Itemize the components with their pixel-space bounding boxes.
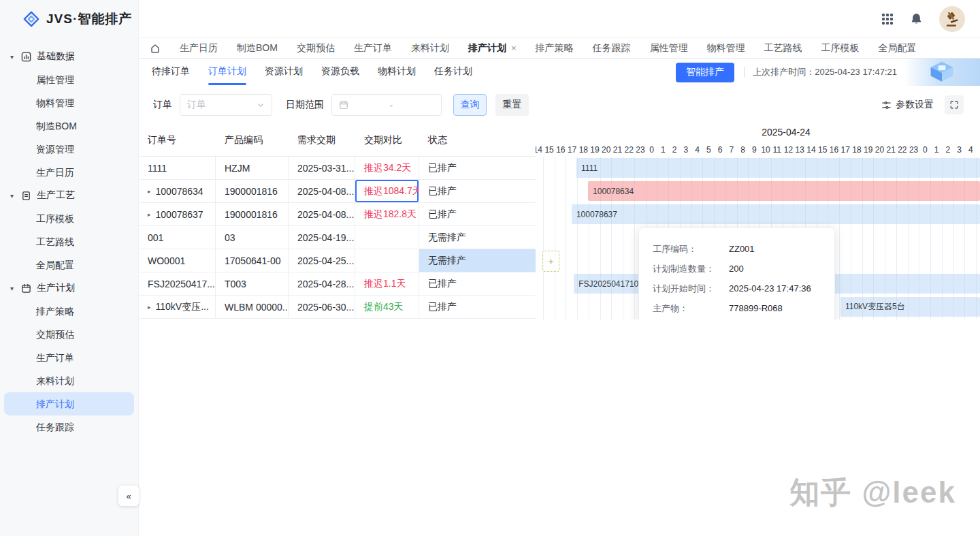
sidebar-item[interactable]: 工序模板 — [4, 207, 134, 230]
sidebar-item[interactable]: 任务跟踪 — [4, 415, 134, 439]
expand-caret-icon[interactable]: ▸ — [148, 304, 151, 311]
date-range-input[interactable]: - — [331, 94, 442, 116]
sidebar-item[interactable]: 排产策略 — [4, 300, 134, 323]
sidebar-item[interactable]: 资源管理 — [4, 138, 134, 161]
order-select[interactable]: 订单 — [180, 94, 272, 116]
tooltip-field-label: 主产物： — [653, 302, 729, 315]
subtab[interactable]: 资源计划 — [265, 59, 303, 86]
order-cell: ▸100078634 — [139, 180, 216, 202]
sidebar-item[interactable]: 制造BOM — [4, 114, 134, 138]
tab[interactable]: 生产订单 — [354, 42, 392, 54]
hour-tick: 13 — [794, 145, 806, 155]
logo: JVS·智能排产 — [0, 0, 138, 38]
delta-cell[interactable]: 推迟1084.7天 — [355, 180, 419, 202]
hour-tick: 3 — [681, 145, 692, 155]
home-icon[interactable] — [150, 43, 161, 54]
subtab[interactable]: 订单计划 — [208, 59, 246, 86]
status-cell[interactable]: 无需排产 — [419, 249, 536, 272]
smart-schedule-button[interactable]: 智能排产 — [676, 63, 734, 82]
subtab[interactable]: 待排订单 — [152, 59, 190, 86]
table-row[interactable]: 001032025-04-19...无需排产 — [139, 226, 536, 249]
tab[interactable]: 来料计划 — [411, 42, 449, 54]
hour-tick: 21 — [612, 145, 623, 155]
table-row[interactable]: 1111HZJM2025-03-31...推迟34.2天已排产 — [139, 157, 536, 180]
date-range-label: 日期范围 — [286, 99, 324, 111]
bell-icon[interactable] — [910, 12, 923, 25]
chart-icon — [21, 52, 31, 62]
tab[interactable]: 全局配置 — [878, 42, 916, 54]
gantt-row: 100078634 — [536, 180, 980, 203]
order-no: FSJ20250417... — [148, 279, 215, 289]
hour-tick: 10 — [760, 145, 772, 155]
tooltip-field-value: ZZ001 — [729, 244, 755, 254]
sidebar-group-production-process[interactable]: ▾生产工艺 — [0, 184, 138, 207]
sidebar-group-production-plan[interactable]: ▾生产计划 — [0, 277, 138, 300]
product-code-cell: 17050641-00 — [216, 249, 289, 272]
tab[interactable]: 工艺路线 — [764, 42, 802, 54]
tooltip-row: 计划制造数量：200 — [653, 259, 821, 279]
tab[interactable]: 排产策略 — [535, 42, 573, 54]
gantt-bar[interactable]: 110kV变压器5台 — [840, 297, 980, 317]
hour-tick: 0 — [919, 145, 931, 155]
query-button[interactable]: 查询 — [453, 94, 487, 116]
delta-cell: 推迟34.2天 — [355, 157, 419, 179]
subtab[interactable]: 资源负载 — [321, 59, 359, 86]
sidebar-item[interactable]: 排产计划 — [4, 392, 134, 415]
sidebar-item[interactable]: 物料管理 — [4, 91, 134, 114]
order-no: 100078637 — [156, 209, 203, 220]
sidebar-item[interactable]: 生产日历 — [4, 161, 134, 184]
add-task-dropzone-icon[interactable]: + — [542, 251, 559, 272]
table-row[interactable]: FSJ20250417...T0032025-04-28...推迟1.1天已排产 — [139, 272, 536, 296]
tab[interactable]: 物料管理 — [706, 42, 745, 54]
reset-button[interactable]: 重置 — [495, 94, 529, 116]
sidebar-item[interactable]: 交期预估 — [4, 323, 134, 346]
tab[interactable]: 工序模板 — [821, 42, 859, 54]
sidebar-item[interactable]: 工艺路线 — [4, 230, 134, 253]
hour-tick: 8 — [737, 145, 749, 155]
tab[interactable]: 生产日历 — [180, 42, 218, 54]
sidebar-item[interactable]: 属性管理 — [4, 68, 134, 91]
table-row[interactable]: ▸110kV变压...WLBM 00000...2025-06-30...提前4… — [139, 296, 536, 319]
table-row[interactable]: ▸10007863419000018162025-04-08...推迟1084.… — [139, 180, 536, 203]
hour-tick: 22 — [623, 145, 635, 155]
hour-tick: 2 — [669, 145, 681, 155]
tab[interactable]: 任务跟踪 — [592, 42, 630, 54]
sidebar-menu: ▾基础数据属性管理物料管理制造BOM资源管理生产日历▾生产工艺工序模板工艺路线全… — [0, 38, 138, 439]
table-row[interactable]: ▸10007863719000018162025-04-08...推迟182.8… — [139, 203, 536, 226]
hour-tick: 1 — [657, 145, 669, 155]
sidebar-item[interactable]: 全局配置 — [4, 253, 134, 277]
tab[interactable]: 制造BOM — [237, 42, 278, 54]
avatar[interactable] — [939, 6, 965, 32]
expand-caret-icon[interactable]: ▸ — [148, 211, 151, 218]
sidebar-item[interactable]: 来料计划 — [4, 369, 134, 392]
sidebar-group-basic-data[interactable]: ▾基础数据 — [0, 45, 138, 68]
apps-grid-icon[interactable] — [881, 13, 894, 25]
tab[interactable]: 排产计划× — [468, 42, 517, 54]
table-row[interactable]: WO000117050641-002025-04-25...无需排产 — [139, 249, 536, 272]
sidebar-item[interactable]: 生产订单 — [4, 346, 134, 369]
hour-tick: 18 — [578, 145, 589, 155]
tab[interactable]: 交期预估 — [297, 42, 335, 54]
expand-caret-icon[interactable]: ▸ — [148, 188, 151, 195]
delta-cell — [355, 249, 419, 272]
tooltip-row: 工序编码：ZZ001 — [653, 239, 821, 259]
fullscreen-button[interactable] — [945, 95, 964, 114]
gantt-bar[interactable]: 1111 — [576, 158, 980, 178]
gantt-bar[interactable]: 100078634 — [588, 181, 980, 201]
divider — [744, 67, 745, 78]
order-cell: 001 — [139, 226, 216, 249]
close-icon[interactable]: × — [511, 43, 517, 53]
subtab[interactable]: 物料计划 — [378, 59, 416, 86]
hour-tick: 12 — [783, 145, 794, 155]
hour-tick: 17 — [840, 145, 851, 155]
gantt-bar[interactable]: 100078637 — [572, 204, 980, 224]
hour-tick: 17 — [566, 145, 578, 155]
status-cell: 已排产 — [419, 272, 536, 295]
sidebar-collapse-button[interactable]: « — [118, 486, 139, 506]
subtab[interactable]: 任务计划 — [434, 59, 472, 86]
tab[interactable]: 属性管理 — [649, 42, 687, 54]
caret-down-icon: ▾ — [8, 285, 16, 292]
tooltip-row: 计划开始时间：2025-04-23 17:47:36 — [653, 279, 821, 298]
params-settings-button[interactable]: 参数设置 — [881, 99, 934, 111]
hour-tick: 14 — [806, 145, 817, 155]
